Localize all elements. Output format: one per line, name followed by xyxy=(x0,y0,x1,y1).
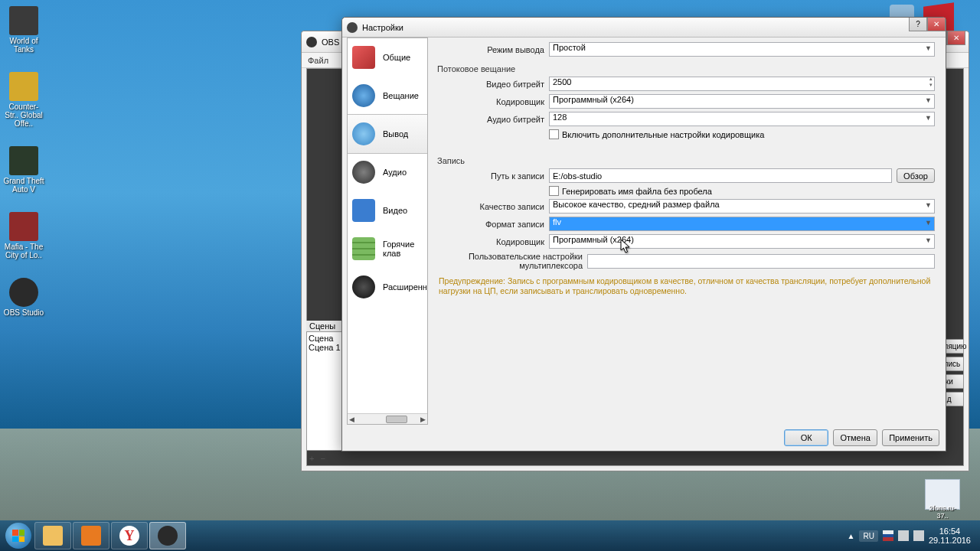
video-bitrate-label: Видео битрейт xyxy=(437,80,549,89)
apply-button[interactable]: Применить xyxy=(882,429,939,446)
scenes-list[interactable]: Сцена Сцена 1 xyxy=(306,331,345,451)
taskbar: Y ▲ RU 16:54 29.11.2016 xyxy=(0,520,980,551)
desktop-icon-obs[interactable]: OBS Studio xyxy=(3,278,44,317)
taskbar-obs[interactable] xyxy=(149,522,186,549)
scene-item[interactable]: Сцена 1 xyxy=(309,343,342,352)
record-encoder-label: Кодировщик xyxy=(437,237,549,246)
sidebar-item-hotkeys[interactable]: Горячие клав xyxy=(348,230,427,268)
scenes-header: Сцены xyxy=(306,321,345,331)
streaming-header: Потоковое вещание xyxy=(437,64,935,73)
sidebar-item-video[interactable]: Видео xyxy=(348,191,427,230)
settings-dialog: Настройки ? ✕ Общие Вещание Вывод Аудио … xyxy=(341,17,946,452)
language-indicator[interactable]: RU xyxy=(859,530,877,542)
record-path-input[interactable] xyxy=(549,168,892,183)
audio-bitrate-label: Аудио битрейт xyxy=(437,115,549,124)
stream-encoder-select[interactable]: Программный (x264) xyxy=(549,94,935,109)
audio-bitrate-select[interactable]: 128 xyxy=(549,112,935,126)
taskbar-yandex[interactable]: Y xyxy=(111,522,148,549)
close-button[interactable]: ✕ xyxy=(927,18,946,31)
tray-show-hidden-icon[interactable]: ▲ xyxy=(848,532,855,540)
mux-label: Пользовательские настройки мультиплексор… xyxy=(437,252,587,270)
no-space-checkbox[interactable]: Генерировать имя файла без пробела xyxy=(549,186,935,196)
desktop-icon-mafia[interactable]: Mafia - The City of Lo.. xyxy=(3,212,44,259)
desktop-icon-csgo[interactable]: Counter-Str.. Global Offe.. xyxy=(3,72,44,128)
desktop-icon-gtav[interactable]: Grand Theft Auto V xyxy=(3,146,44,194)
settings-titlebar[interactable]: Настройки ? ✕ xyxy=(342,18,946,37)
help-button[interactable]: ? xyxy=(909,18,927,31)
record-path-label: Путь к записи xyxy=(437,171,549,181)
tray-network-icon[interactable] xyxy=(898,530,909,541)
desktop-thumbnail-icon[interactable]: 2fons.ru-37.. xyxy=(925,479,960,510)
sidebar-item-stream[interactable]: Вещание xyxy=(348,77,427,115)
video-bitrate-input[interactable]: 2500 xyxy=(549,77,935,91)
advanced-encoder-checkbox[interactable]: Включить дополнительные настройки кодиро… xyxy=(549,129,935,139)
mux-input[interactable] xyxy=(587,254,935,269)
record-format-label: Формат записи xyxy=(437,220,549,229)
settings-sidebar: Общие Вещание Вывод Аудио Видео Горячие … xyxy=(347,37,428,425)
obs-app-icon xyxy=(306,37,317,47)
sidebar-scrollbar[interactable]: ◀▶ xyxy=(348,413,427,424)
scenes-panel: Сцены Сцена Сцена 1 +− xyxy=(306,321,345,466)
remove-scene-button[interactable]: − xyxy=(320,454,325,463)
start-button[interactable] xyxy=(3,520,34,551)
browse-button[interactable]: Обзор xyxy=(897,168,935,183)
sidebar-item-audio[interactable]: Аудио xyxy=(348,153,427,191)
settings-app-icon xyxy=(347,22,358,33)
record-encoder-select[interactable]: Программный (x264) xyxy=(549,234,935,249)
desktop-icon-wot[interactable]: World of Tanks xyxy=(3,6,44,54)
sidebar-item-general[interactable]: Общие xyxy=(348,38,427,77)
taskbar-explorer[interactable] xyxy=(34,522,71,549)
add-scene-button[interactable]: + xyxy=(309,454,314,463)
sidebar-item-output[interactable]: Вывод xyxy=(347,114,428,154)
record-quality-label: Качество записи xyxy=(437,202,549,211)
scene-item[interactable]: Сцена xyxy=(309,334,342,343)
taskbar-clock[interactable]: 16:54 29.11.2016 xyxy=(929,527,971,545)
tray-volume-icon[interactable] xyxy=(913,530,924,541)
record-format-select[interactable]: flv xyxy=(549,217,935,231)
stream-encoder-label: Кодировщик xyxy=(437,97,549,106)
cpu-warning-text: Предупреждение: Запись с программным код… xyxy=(437,273,935,299)
tray-flag-icon[interactable] xyxy=(883,530,893,541)
close-button[interactable]: ✕ xyxy=(947,31,965,45)
record-quality-select[interactable]: Высокое качество, средний размер файла xyxy=(549,199,935,214)
output-mode-select[interactable]: Простой xyxy=(549,42,935,57)
settings-title-text: Настройки xyxy=(362,23,403,32)
ok-button[interactable]: ОК xyxy=(784,429,828,446)
cancel-button[interactable]: Отмена xyxy=(833,429,877,446)
taskbar-media-player[interactable] xyxy=(73,522,109,549)
recording-header: Запись xyxy=(437,156,935,165)
output-mode-label: Режим вывода xyxy=(437,45,549,54)
sidebar-item-advanced[interactable]: Расширенны xyxy=(348,268,427,306)
